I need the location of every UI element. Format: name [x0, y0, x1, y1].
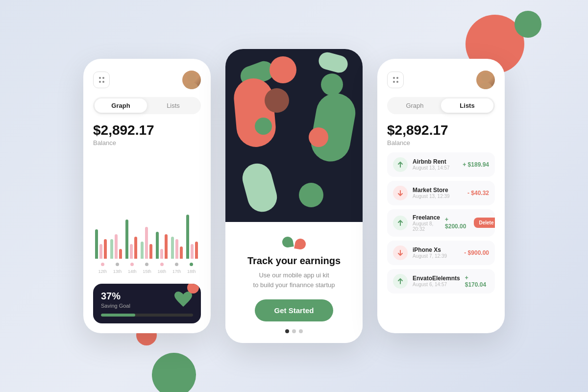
tab-lists-left[interactable]: Lists: [147, 98, 199, 113]
bar: [175, 239, 178, 259]
transaction-info: Airbnb Rent August 13, 14:57: [413, 158, 458, 171]
balance-amount-right: $2,892.17: [387, 123, 495, 138]
transaction-item: EnvatoElelemnts August 6, 14:57 + $170.0…: [387, 269, 495, 294]
shape-circle: [255, 118, 272, 135]
bar-group: [156, 232, 169, 259]
bar-group: [125, 220, 138, 259]
transaction-amount: - $900.00: [464, 249, 489, 256]
transaction-icon-down: [393, 245, 408, 260]
shape-pill: [317, 50, 349, 74]
progress-bar-fill: [101, 314, 135, 317]
transaction-item: Airbnb Rent August 13, 14:57 + $189.94: [387, 152, 495, 177]
transaction-name: Freelance: [413, 214, 440, 221]
menu-dot: [393, 81, 395, 83]
menu-dots-bottom: [99, 81, 104, 83]
get-started-button[interactable]: Get Started: [255, 299, 334, 321]
tab-graph-left[interactable]: Graph: [95, 98, 147, 113]
bar: [130, 244, 133, 259]
menu-button[interactable]: [93, 72, 110, 88]
bar: [180, 246, 183, 259]
chart-area: 12th 13th 14th 15th 16th 17th 18th: [93, 154, 201, 275]
transaction-name: Airbnb Rent: [413, 158, 458, 165]
bar: [141, 242, 144, 259]
right-phone-header: [387, 71, 495, 89]
bar-group: [141, 227, 153, 259]
right-phone: Graph Lists $2,892.17 Balance Airbnb Ren…: [377, 59, 505, 333]
transaction-date: August 13, 12:39: [413, 194, 463, 199]
screens-container: Graph Lists $2,892.17 Balance: [83, 49, 505, 343]
chart-label: 12th: [98, 269, 107, 274]
arrow-up-icon: [397, 161, 404, 168]
middle-phone-top: [225, 49, 363, 222]
bar-group: [95, 229, 108, 259]
chart-label: 17th: [172, 269, 181, 274]
transaction-date: August 7, 12:39: [413, 253, 459, 259]
track-subtitle: Use our mobile app ui kitto build your f…: [253, 270, 335, 290]
balance-label-right: Balance: [387, 139, 495, 147]
chart-dot: [101, 263, 104, 266]
bar: [104, 239, 107, 259]
transaction-date: August 6, 14:57: [413, 282, 460, 287]
dot-indicator-2: [292, 329, 296, 333]
bar: [195, 242, 198, 259]
saving-goal-card: 37% Saving Goal: [93, 284, 201, 323]
menu-dot: [393, 77, 395, 79]
bars-container: [93, 195, 201, 259]
menu-dots-top: [99, 77, 104, 79]
tab-lists-right[interactable]: Lists: [441, 98, 493, 113]
transaction-amount: - $40.32: [467, 190, 489, 196]
bar: [125, 220, 128, 259]
menu-dots-top: [393, 77, 398, 79]
left-phone: Graph Lists $2,892.17 Balance: [83, 59, 211, 333]
middle-phone-bottom: Track your earnings Use our mobile app u…: [225, 222, 363, 343]
transaction-icon-up: [393, 216, 408, 230]
arrow-down-icon: [397, 249, 404, 256]
chart-dot: [190, 263, 193, 266]
chart-dot: [116, 263, 119, 266]
middle-phone: Track your earnings Use our mobile app u…: [225, 49, 363, 343]
shape-circle: [321, 74, 343, 96]
transaction-icon-down: [393, 186, 408, 200]
tab-switcher-right: Graph Lists: [387, 97, 495, 114]
deco-circle-green-medium: [152, 353, 196, 392]
arrow-up-icon: [397, 220, 404, 226]
bar-group: [110, 234, 123, 259]
dots-indicator: [285, 329, 303, 333]
svg-point-3: [479, 82, 492, 89]
bar: [191, 244, 194, 259]
dot-indicator-3: [299, 329, 303, 333]
chart-label: 13th: [113, 269, 122, 274]
chart-label: 14th: [128, 269, 137, 274]
transaction-icon-up: [393, 157, 408, 172]
transaction-icon-up: [393, 274, 408, 289]
shape-circle: [309, 127, 328, 147]
transaction-info: iPhone Xs August 7, 12:39: [413, 246, 459, 259]
menu-button-right[interactable]: [387, 72, 404, 88]
shape-capsule: [239, 160, 280, 215]
menu-dot: [102, 81, 104, 83]
transaction-list: Airbnb Rent August 13, 14:57 + $189.94 M…: [387, 152, 495, 325]
delete-button[interactable]: Delete: [474, 218, 495, 228]
transaction-name: EnvatoElelemnts: [413, 275, 460, 282]
chart-dot: [130, 263, 134, 266]
tab-graph-right[interactable]: Graph: [389, 98, 441, 113]
transaction-info: EnvatoElelemnts August 6, 14:57: [413, 275, 460, 287]
chart-dots-row: [93, 259, 201, 268]
svg-point-1: [185, 82, 198, 89]
shape-circle: [270, 56, 296, 83]
transaction-amount: + $189.94: [463, 161, 489, 168]
transaction-info: Freelance August 8, 20:32: [413, 214, 440, 232]
bar: [165, 234, 168, 259]
chart-label: 18th: [187, 269, 196, 274]
logo-icon: [282, 237, 306, 249]
menu-dot: [396, 77, 398, 79]
menu-dot: [99, 77, 101, 79]
transaction-item-freelance: Freelance August 8, 20:32 + $200.00 Dele…: [387, 209, 495, 237]
saving-dot: [187, 284, 199, 294]
transaction-amount: + $200.00: [445, 216, 466, 230]
chart-label: 16th: [158, 269, 167, 274]
avatar: [182, 71, 201, 89]
bar: [149, 244, 152, 259]
bar: [110, 239, 113, 259]
chart-dot: [145, 263, 148, 266]
